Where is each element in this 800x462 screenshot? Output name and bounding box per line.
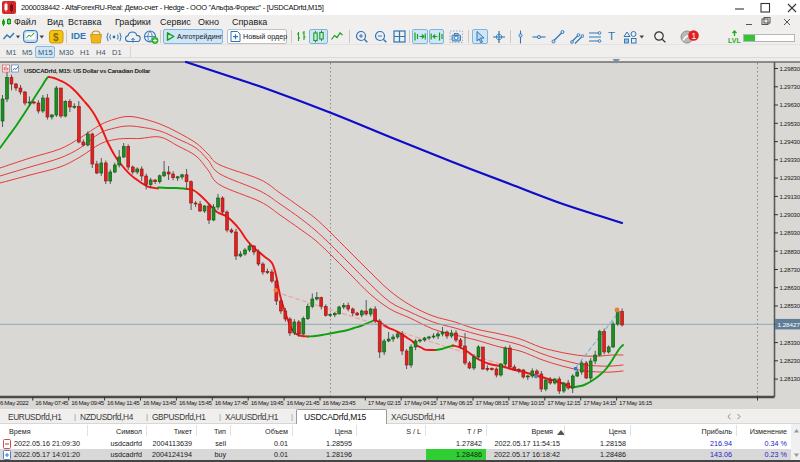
- svg-text:17 May 08:15: 17 May 08:15: [476, 399, 510, 406]
- svg-text:16 May 21:45: 16 May 21:45: [287, 399, 321, 406]
- svg-text:1.29730: 1.29730: [780, 84, 800, 90]
- svg-text:17 May 16:15: 17 May 16:15: [619, 399, 653, 406]
- svg-text:6 May 2022: 6 May 2022: [0, 399, 29, 406]
- svg-text:1.28230: 1.28230: [780, 358, 800, 364]
- svg-text:16 May 09:45: 16 May 09:45: [71, 399, 105, 406]
- svg-text:1.28427: 1.28427: [778, 321, 800, 328]
- svg-text:1.28630: 1.28630: [780, 285, 800, 291]
- svg-text:17 May 12:15: 17 May 12:15: [547, 399, 581, 406]
- svg-text:17 May 06:15: 17 May 06:15: [440, 399, 474, 406]
- svg-text:17 May 04:15: 17 May 04:15: [404, 399, 438, 406]
- svg-text:1.28330: 1.28330: [780, 340, 800, 346]
- svg-text:USDCADrfd, M15: US Dollar vs: USDCADrfd, M15: US Dollar vs Canadian Do…: [24, 68, 151, 74]
- svg-text:1.29230: 1.29230: [780, 175, 800, 181]
- svg-text:1.29030: 1.29030: [780, 212, 800, 218]
- svg-text:17 May 10:15: 17 May 10:15: [511, 399, 545, 406]
- svg-text:1.28130: 1.28130: [780, 376, 800, 382]
- svg-text:16 May 13:45: 16 May 13:45: [143, 399, 177, 406]
- svg-text:1.28730: 1.28730: [780, 267, 800, 273]
- svg-text:16 May 23:45: 16 May 23:45: [323, 399, 357, 406]
- svg-text:1.29630: 1.29630: [780, 102, 800, 108]
- svg-text:1.29830: 1.29830: [780, 66, 800, 72]
- svg-text:1.28530: 1.28530: [780, 303, 800, 309]
- svg-text:16 May 15:45: 16 May 15:45: [179, 399, 213, 406]
- svg-text:1.28930: 1.28930: [780, 230, 800, 236]
- svg-text:17 May 02:15: 17 May 02:15: [368, 399, 402, 406]
- svg-text:LVL: LVL: [728, 37, 741, 44]
- svg-text:1.29330: 1.29330: [780, 157, 800, 163]
- svg-text:17 May 14:15: 17 May 14:15: [583, 399, 617, 406]
- svg-text:1.29130: 1.29130: [780, 194, 800, 200]
- svg-text:1: 1: [692, 30, 697, 40]
- svg-text:1.29430: 1.29430: [780, 139, 800, 145]
- svg-text:1.29530: 1.29530: [780, 121, 800, 127]
- svg-text:16 May 07:45: 16 May 07:45: [35, 399, 69, 406]
- svg-text:16 May 19:45: 16 May 19:45: [251, 399, 285, 406]
- svg-text:16 May 11:45: 16 May 11:45: [107, 399, 140, 406]
- svg-text:16 May 17:45: 16 May 17:45: [215, 399, 249, 406]
- svg-text:$: $: [53, 31, 59, 42]
- svg-text:1.28830: 1.28830: [780, 249, 800, 255]
